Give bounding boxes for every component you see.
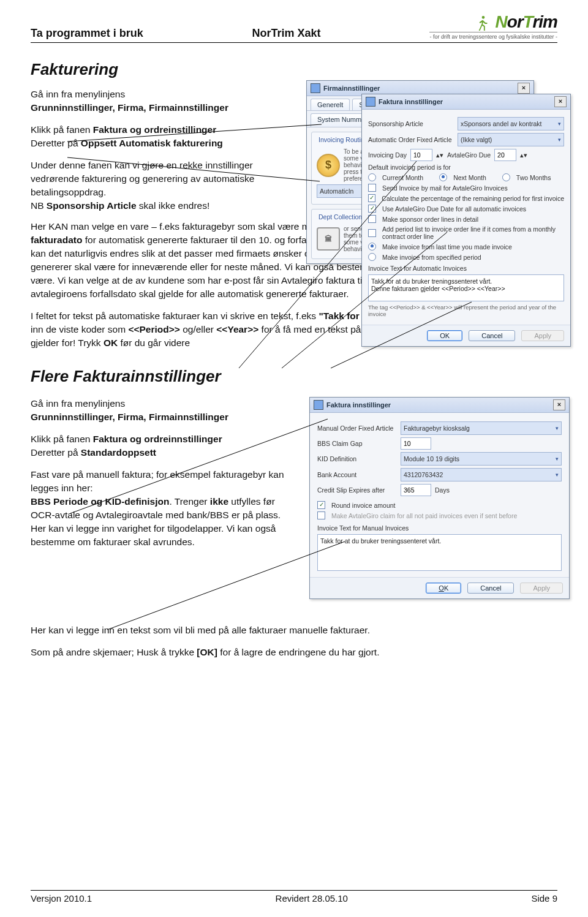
p4: Her kan vi legge inn en tekst som vil bl… bbox=[31, 624, 557, 637]
chk-round[interactable] bbox=[317, 501, 325, 509]
header-left: Ta programmet i bruk bbox=[31, 27, 143, 40]
logo-subtitle: - for drift av treningssentere og fysika… bbox=[429, 32, 557, 40]
sponsorship-select[interactable]: xSponsors andel av kontrakt▾ bbox=[458, 117, 564, 130]
ok-button[interactable]: OOKK bbox=[426, 583, 461, 594]
chk-claim bbox=[317, 511, 325, 519]
radio-from-spec[interactable] bbox=[368, 253, 376, 261]
bank-select[interactable]: 43120763432▾ bbox=[401, 468, 562, 481]
manfix-select[interactable]: Fakturagebyr kiosksalg▾ bbox=[401, 421, 562, 435]
chk-use-duedate[interactable] bbox=[368, 205, 376, 213]
page-footer: Versjon 2010.1 Revidert 28.05.10 Side 9 bbox=[31, 890, 557, 904]
faktura-innstillinger-window: Faktura innstillinger × Sponsorship Arti… bbox=[361, 94, 571, 347]
dollar-icon: $ bbox=[317, 154, 340, 177]
radio-current-month[interactable] bbox=[368, 173, 376, 181]
intro-line1: Gå inn fra menylinjens bbox=[31, 89, 125, 99]
chk-calc-percent[interactable] bbox=[368, 194, 375, 202]
chk-sponsor-detail[interactable] bbox=[368, 215, 376, 223]
faktura-innstillinger-window-2: Faktura innstillinger × Manual Order Fix… bbox=[309, 397, 570, 599]
invoice-text-field[interactable]: Takk for at du bruker treningssenteret v… bbox=[368, 274, 564, 301]
bbs-label: BBS Claim Gap bbox=[317, 440, 397, 447]
ok-button[interactable]: OK bbox=[427, 330, 462, 341]
runner-icon bbox=[477, 15, 490, 32]
logo: NorTrim - for drift av treningssentere o… bbox=[429, 12, 557, 40]
apply-button: Apply bbox=[521, 330, 564, 341]
manual-text-label: Invoice Text for Manual Invoices bbox=[317, 524, 562, 532]
invoicing-day-input[interactable] bbox=[410, 149, 432, 161]
apply-button: Apply bbox=[520, 583, 563, 594]
radio-two-months[interactable] bbox=[502, 173, 510, 181]
group-dept-collection: Dept Collection bbox=[317, 213, 364, 221]
section-title-fakturering: Fakturering bbox=[31, 60, 557, 79]
sponsorship-label: Sponsorship Article bbox=[368, 120, 454, 127]
close-icon[interactable]: × bbox=[554, 96, 567, 107]
manfix-label: Manual Order Fixed Article bbox=[317, 425, 397, 432]
bank-label: Bank Account bbox=[317, 471, 397, 478]
paragraph-3: Under denne fanen kan vi gjøre en rekke … bbox=[31, 160, 254, 197]
radio-next-month[interactable] bbox=[439, 173, 447, 181]
autofix-label: Automatic Order Fixed Article bbox=[368, 136, 454, 143]
kid-select[interactable]: Module 10 19 digits▾ bbox=[401, 452, 562, 466]
close-icon[interactable]: × bbox=[553, 399, 565, 410]
invoicing-day-label: Invoicing Day bbox=[368, 151, 407, 159]
avtalegiro-due-input[interactable] bbox=[494, 149, 516, 161]
autofix-select[interactable]: (Ikke valgt)▾ bbox=[458, 133, 564, 146]
cancel-button[interactable]: Cancel bbox=[469, 330, 515, 341]
intro-line1: Gå inn fra menylinjens bbox=[31, 398, 125, 409]
section-title-flere: Flere Fakturainnstillinger bbox=[31, 367, 557, 386]
credit-label: Credit Slip Expires after bbox=[317, 486, 397, 494]
close-icon[interactable]: × bbox=[518, 83, 530, 94]
avtalegiro-due-label: AvtaleGiro Due bbox=[447, 151, 491, 159]
radio-from-last[interactable] bbox=[368, 243, 376, 251]
chk-send-mail[interactable] bbox=[368, 184, 376, 192]
spinner-icon[interactable]: ▴▾ bbox=[436, 151, 443, 159]
header-center: NorTrim Xakt bbox=[252, 27, 321, 40]
chk-add-period[interactable] bbox=[368, 229, 376, 237]
window-icon bbox=[314, 400, 323, 410]
credit-input[interactable] bbox=[401, 484, 431, 496]
footer-right: Side 9 bbox=[531, 893, 557, 904]
invoice-text-label: Invoice Text for Automatic Invoices bbox=[368, 265, 564, 272]
kid-label: KID Definition bbox=[317, 455, 397, 462]
tag-note: The tag <<Period>> & <<Year>> will repre… bbox=[368, 304, 564, 317]
intro-line2: Grunninnstillinger, Firma, Firmainnstill… bbox=[31, 412, 228, 422]
intro-line2: Grunninnstillinger, Firma, Firmainnstill… bbox=[31, 102, 228, 113]
footer-left: Versjon 2010.1 bbox=[31, 893, 92, 904]
cancel-button[interactable]: Cancel bbox=[467, 583, 514, 594]
window-icon bbox=[366, 97, 375, 107]
period-label: Default invoicing period is for bbox=[368, 164, 564, 171]
window-title: Faktura innstillinger bbox=[326, 401, 391, 409]
window-title: Firmainnstillinger bbox=[323, 85, 380, 92]
manual-text-field[interactable]: Takk for at du bruker treningssenteret v… bbox=[317, 534, 562, 571]
footer-center: Revidert 28.05.10 bbox=[276, 893, 348, 904]
page-header: Ta programmet i bruk NorTrim Xakt NorTri… bbox=[31, 12, 557, 43]
bbs-input[interactable] bbox=[401, 437, 431, 450]
window-icon bbox=[311, 83, 320, 93]
window-title: Faktura innstillinger bbox=[379, 98, 443, 105]
spinner-icon[interactable]: ▴▾ bbox=[520, 151, 527, 159]
tab-generelt[interactable]: Generelt bbox=[311, 99, 350, 110]
bank-icon: 🏛 bbox=[317, 227, 340, 251]
